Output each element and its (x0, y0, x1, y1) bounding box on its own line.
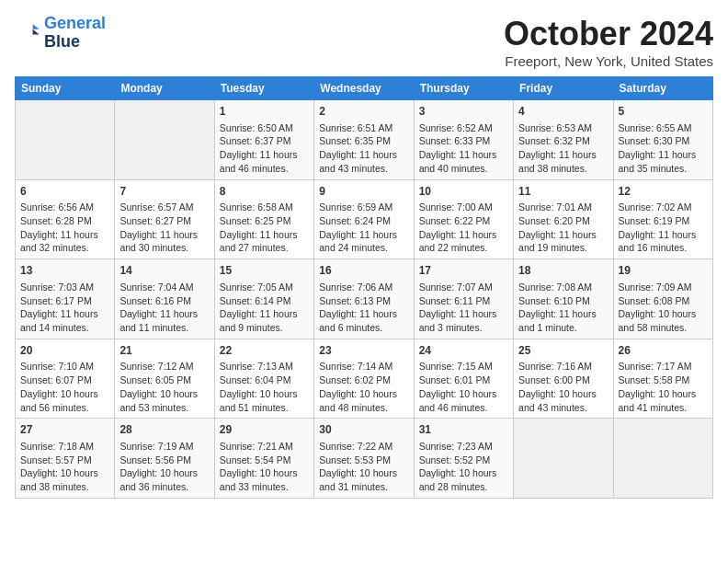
day-info-line: and 6 minutes. (319, 321, 408, 335)
day-info-line: Sunset: 5:56 PM (119, 454, 209, 467)
calendar-cell: 10Sunrise: 7:00 AMSunset: 6:22 PMDayligh… (414, 179, 513, 259)
day-number: 21 (119, 343, 209, 359)
day-info-line: and 28 minutes. (419, 480, 508, 494)
day-number: 12 (619, 184, 708, 200)
calendar-cell: 25Sunrise: 7:16 AMSunset: 6:00 PMDayligh… (514, 339, 613, 419)
day-info-line: Daylight: 11 hours (518, 307, 608, 321)
day-info-line: Sunrise: 6:58 AM (220, 201, 309, 214)
calendar-cell: 30Sunrise: 7:22 AMSunset: 5:53 PMDayligh… (314, 419, 414, 499)
logo-icon (15, 20, 40, 46)
day-info-line: Sunrise: 7:03 AM (20, 281, 109, 294)
day-info-line: and 31 minutes. (319, 480, 408, 494)
day-info-line: Daylight: 11 hours (220, 307, 309, 321)
day-info-line: and 43 minutes. (319, 162, 408, 176)
day-info-line: Daylight: 10 hours (619, 307, 708, 321)
day-info-line: Sunrise: 6:51 AM (319, 121, 408, 135)
day-info-line: Daylight: 11 hours (319, 228, 408, 242)
day-info-line: and 14 minutes. (20, 321, 109, 335)
day-info-line: Sunrise: 7:09 AM (619, 281, 708, 294)
day-info-line: and 46 minutes. (220, 162, 309, 176)
day-info-line: Sunrise: 6:50 AM (220, 121, 309, 135)
day-info-line: and 38 minutes. (20, 480, 109, 494)
day-info-line: Sunrise: 6:56 AM (20, 201, 109, 214)
calendar-week-row: 6Sunrise: 6:56 AMSunset: 6:28 PMDaylight… (16, 179, 713, 259)
day-number: 27 (20, 422, 109, 438)
day-info-line: and 36 minutes. (119, 480, 209, 494)
day-info-line: and 22 minutes. (419, 241, 508, 255)
day-info-line: Sunrise: 7:08 AM (518, 281, 608, 294)
day-info-line: Sunset: 6:37 PM (220, 134, 309, 148)
day-info-line: and 9 minutes. (220, 321, 309, 335)
day-info-line: and 56 minutes. (20, 401, 109, 415)
day-info-line: and 19 minutes. (518, 241, 608, 255)
day-info-line: Sunset: 5:52 PM (419, 454, 508, 467)
month-title: October 2024 (504, 15, 713, 53)
day-info-line: Sunset: 5:54 PM (220, 454, 309, 467)
day-info-line: Sunset: 6:27 PM (119, 214, 209, 228)
day-info-line: Sunset: 6:19 PM (619, 214, 708, 228)
day-info-line: Sunrise: 7:04 AM (119, 281, 209, 294)
day-info-line: and 27 minutes. (220, 241, 309, 255)
calendar-cell: 14Sunrise: 7:04 AMSunset: 6:16 PMDayligh… (115, 259, 214, 339)
day-info-line: Sunset: 6:13 PM (319, 294, 408, 308)
day-info-line: Daylight: 10 hours (419, 466, 508, 480)
day-info-line: and 30 minutes. (119, 241, 209, 255)
day-number: 15 (220, 263, 309, 279)
day-info-line: Sunset: 6:32 PM (518, 134, 608, 148)
day-info-line: and 48 minutes. (319, 401, 408, 415)
day-info-line: and 3 minutes. (419, 321, 508, 335)
day-number: 17 (419, 263, 508, 279)
day-number: 10 (419, 184, 508, 200)
weekday-header: Friday (514, 77, 613, 100)
day-number: 28 (119, 422, 209, 438)
weekday-header: Wednesday (314, 77, 414, 100)
weekday-header: Sunday (16, 77, 115, 100)
calendar-cell: 27Sunrise: 7:18 AMSunset: 5:57 PMDayligh… (16, 419, 115, 499)
day-info-line: Sunrise: 7:12 AM (119, 360, 209, 373)
weekday-header: Thursday (414, 77, 513, 100)
calendar-cell (613, 419, 712, 499)
day-info-line: Sunset: 6:11 PM (419, 294, 508, 308)
day-number: 5 (619, 104, 708, 120)
day-number: 19 (619, 263, 708, 279)
calendar-cell: 4Sunrise: 6:53 AMSunset: 6:32 PMDaylight… (514, 100, 613, 180)
day-info-line: Sunrise: 7:21 AM (220, 440, 309, 454)
day-info-line: Sunrise: 7:23 AM (419, 440, 508, 454)
day-info-line: and 33 minutes. (220, 480, 309, 494)
day-number: 14 (119, 263, 209, 279)
day-info-line: and 38 minutes. (518, 162, 608, 176)
day-info-line: Sunset: 6:02 PM (319, 373, 408, 387)
weekday-header: Saturday (613, 77, 712, 100)
day-info-line: Sunset: 6:35 PM (319, 134, 408, 148)
day-info-line: and 41 minutes. (619, 401, 708, 415)
day-info-line: Sunrise: 7:22 AM (319, 440, 408, 454)
calendar-cell: 9Sunrise: 6:59 AMSunset: 6:24 PMDaylight… (314, 179, 414, 259)
day-info-line: Sunset: 6:30 PM (619, 134, 708, 148)
calendar-header: SundayMondayTuesdayWednesdayThursdayFrid… (16, 77, 713, 100)
day-info-line: Daylight: 10 hours (20, 387, 109, 401)
day-info-line: and 24 minutes. (319, 241, 408, 255)
day-info-line: Sunrise: 7:17 AM (619, 360, 708, 373)
calendar-cell: 28Sunrise: 7:19 AMSunset: 5:56 PMDayligh… (115, 419, 214, 499)
day-info-line: Sunrise: 6:57 AM (119, 201, 209, 214)
day-number: 8 (220, 184, 309, 200)
day-info-line: Sunrise: 7:15 AM (419, 360, 508, 373)
day-number: 30 (319, 422, 408, 438)
calendar-week-row: 1Sunrise: 6:50 AMSunset: 6:37 PMDaylight… (16, 100, 713, 180)
day-info-line: Daylight: 10 hours (20, 466, 109, 480)
day-number: 2 (319, 104, 408, 120)
day-info-line: Sunrise: 7:05 AM (220, 281, 309, 294)
day-info-line: and 46 minutes. (419, 401, 508, 415)
day-info-line: Sunrise: 7:19 AM (119, 440, 209, 454)
calendar-cell: 15Sunrise: 7:05 AMSunset: 6:14 PMDayligh… (214, 259, 313, 339)
day-info-line: Sunrise: 7:07 AM (419, 281, 508, 294)
calendar-table: SundayMondayTuesdayWednesdayThursdayFrid… (15, 76, 713, 499)
weekday-header: Monday (115, 77, 214, 100)
day-info-line: Sunrise: 7:02 AM (619, 201, 708, 214)
day-info-line: Sunrise: 7:18 AM (20, 440, 109, 454)
location: Freeport, New York, United States (504, 53, 713, 69)
day-info-line: Sunset: 6:25 PM (220, 214, 309, 228)
day-info-line: Daylight: 10 hours (319, 466, 408, 480)
day-number: 23 (319, 343, 408, 359)
svg-marker-0 (33, 24, 40, 29)
